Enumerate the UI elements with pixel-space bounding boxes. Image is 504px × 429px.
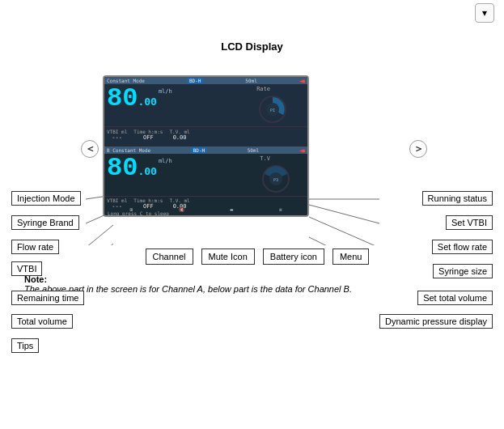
channel-a-gauge-area: Rate PI <box>256 86 304 128</box>
label-running-status: Running status <box>422 191 493 206</box>
bottom-buttons-row: Channel Mute Icon Battery icon Menu <box>0 248 412 265</box>
lcd-channel-icon: ⊞ <box>129 206 133 212</box>
lcd-screen: Constant Mode BD-H 50ml ◄■ 80.00ml/h Rat… <box>103 75 309 217</box>
lcd-channel-a: Constant Mode BD-H 50ml ◄■ 80.00ml/h Rat… <box>104 77 307 147</box>
svg-line-2 <box>86 225 113 245</box>
svg-line-3 <box>86 244 113 245</box>
lcd-battery-icon: ▬ <box>231 206 234 212</box>
channel-a-status-icon: ◄■ <box>299 78 305 83</box>
svg-line-8 <box>309 205 379 223</box>
channel-b-mode: B Constant Mode <box>107 147 150 153</box>
note-label: Note: <box>24 274 504 284</box>
channel-button[interactable]: Channel <box>146 248 193 265</box>
label-total-volume: Total volume <box>11 314 73 329</box>
nav-arrow-left[interactable]: ＜ <box>81 140 99 158</box>
svg-line-9 <box>309 217 379 245</box>
lcd-menu-icon: ≡ <box>279 206 282 212</box>
label-flow-rate: Flow rate <box>11 240 59 254</box>
channel-b-id: BD-H <box>191 147 207 153</box>
channel-b-status-icon: ◄■ <box>299 147 305 153</box>
label-set-flow-rate: Set flow rate <box>432 240 493 254</box>
mute-icon-button[interactable]: Mute Icon <box>201 248 255 265</box>
svg-text:PI: PI <box>270 108 275 113</box>
channel-b-gauge-svg: P3 <box>260 163 292 195</box>
channel-a-time: Time h:m:s OFF <box>133 129 163 141</box>
label-set-vtbi: Set VTBI <box>446 215 493 230</box>
channel-b-number: 80.00ml/h <box>107 155 172 181</box>
channel-b-gauge-label: T.V <box>260 155 270 162</box>
svg-text:P3: P3 <box>273 177 278 182</box>
label-injection-mode: Injection Mode <box>11 191 81 206</box>
channel-b-gauge-area: T.V P3 <box>260 155 304 198</box>
lcd-channel-b: B Constant Mode BD-H 50ml ◄■ 80.00ml/h T… <box>104 147 307 216</box>
label-dynamic-pressure: Dynamic pressure display <box>379 314 493 329</box>
channel-a-vtbi: VTBI ml --- <box>107 129 127 141</box>
svg-line-10 <box>309 237 379 245</box>
label-tips: Tips <box>11 338 39 353</box>
label-syringe-size: Syringe size <box>433 264 493 278</box>
lcd-bottom-bar: ⊞ 🔇 ▬ ≡ <box>104 206 307 212</box>
diagram-area: Constant Mode BD-H 50ml ◄■ 80.00ml/h Rat… <box>0 67 504 245</box>
channel-a-gauge-label: Rate <box>256 86 270 92</box>
channel-a-volume: 50ml <box>245 78 256 83</box>
label-vtbi: VTBI <box>11 261 42 276</box>
label-set-total-volume: Set total volume <box>417 291 493 305</box>
battery-icon-button[interactable]: Battery icon <box>263 248 324 265</box>
channel-a-number: 80.00ml/h <box>107 86 172 112</box>
lcd-mute-icon: 🔇 <box>179 206 184 212</box>
channel-a-tv: T.V. ml 0.00 <box>169 129 189 141</box>
page-title: LCD Display <box>0 40 504 53</box>
label-remaining-time: Remaining time <box>11 291 84 305</box>
label-syringe-brand: Syringe Brand <box>11 215 79 230</box>
channel-b-volume: 50ml <box>248 147 259 153</box>
menu-button[interactable]: Menu <box>332 248 370 265</box>
nav-arrow-right[interactable]: ＞ <box>409 140 427 158</box>
chevron-down-icon[interactable]: ▾ <box>475 3 494 23</box>
channel-a-id: BD-H <box>187 78 203 83</box>
channel-a-mode: Constant Mode <box>107 78 145 83</box>
channel-a-sub-row: VTBI ml --- Time h:m:s OFF T.V. ml 0.00 <box>104 126 307 141</box>
channel-a-gauge-svg: PI <box>256 93 289 125</box>
